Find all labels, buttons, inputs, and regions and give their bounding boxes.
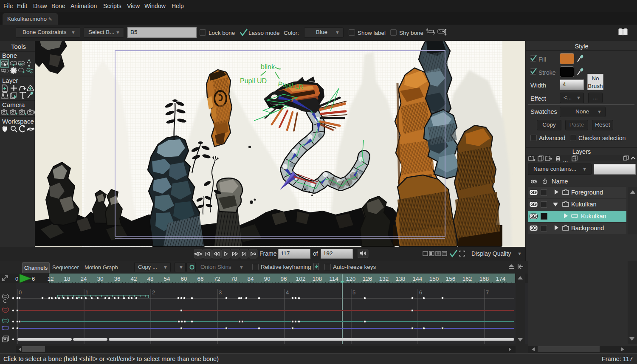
svg-text:0: 0 bbox=[15, 276, 18, 282]
svg-text:132: 132 bbox=[379, 276, 389, 282]
svg-text:18: 18 bbox=[64, 276, 70, 282]
svg-text:30: 30 bbox=[97, 276, 103, 282]
svg-text:72: 72 bbox=[214, 276, 220, 282]
svg-text:3: 3 bbox=[219, 289, 222, 296]
svg-text:96: 96 bbox=[280, 276, 287, 282]
svg-text:126: 126 bbox=[363, 276, 372, 282]
svg-text:114: 114 bbox=[329, 276, 338, 282]
svg-text:0: 0 bbox=[19, 289, 22, 296]
svg-text:24: 24 bbox=[80, 276, 87, 282]
svg-text:36: 36 bbox=[114, 276, 120, 282]
svg-text:42: 42 bbox=[130, 276, 137, 282]
svg-text:120: 120 bbox=[346, 276, 356, 282]
svg-text:1: 1 bbox=[85, 289, 88, 296]
svg-text:5: 5 bbox=[352, 289, 355, 296]
svg-text:138: 138 bbox=[396, 276, 406, 282]
svg-text:4: 4 bbox=[286, 289, 289, 296]
svg-text:Pupil UD: Pupil UD bbox=[240, 77, 267, 85]
svg-text:90: 90 bbox=[264, 276, 270, 282]
svg-text:6: 6 bbox=[419, 289, 422, 296]
svg-text:168: 168 bbox=[479, 276, 489, 282]
svg-text:156: 156 bbox=[446, 276, 456, 282]
svg-text:84: 84 bbox=[247, 276, 254, 282]
svg-text:78: 78 bbox=[231, 276, 237, 282]
svg-text:blink: blink bbox=[261, 63, 275, 71]
svg-text:150: 150 bbox=[429, 276, 439, 282]
svg-text:2: 2 bbox=[152, 289, 155, 296]
svg-text:144: 144 bbox=[413, 276, 423, 282]
svg-text:54: 54 bbox=[163, 276, 170, 282]
svg-text:174: 174 bbox=[496, 276, 506, 282]
svg-text:60: 60 bbox=[180, 276, 187, 282]
svg-text:66: 66 bbox=[197, 276, 203, 282]
svg-text:7: 7 bbox=[486, 289, 489, 296]
svg-text:102: 102 bbox=[296, 276, 306, 282]
svg-text:162: 162 bbox=[462, 276, 472, 282]
svg-text:108: 108 bbox=[313, 276, 322, 282]
svg-text:6: 6 bbox=[32, 276, 35, 282]
svg-text:48: 48 bbox=[147, 276, 153, 282]
svg-text:12: 12 bbox=[47, 276, 54, 282]
